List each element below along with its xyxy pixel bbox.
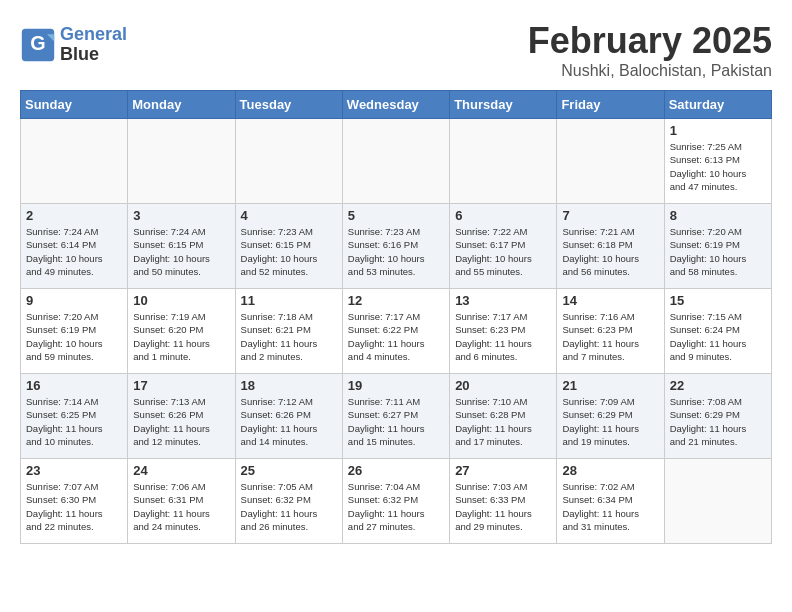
day-info: Sunrise: 7:24 AM Sunset: 6:15 PM Dayligh… [133, 225, 229, 278]
logo-icon: G [20, 27, 56, 63]
day-info: Sunrise: 7:04 AM Sunset: 6:32 PM Dayligh… [348, 480, 444, 533]
calendar-cell: 14Sunrise: 7:16 AM Sunset: 6:23 PM Dayli… [557, 289, 664, 374]
day-info: Sunrise: 7:20 AM Sunset: 6:19 PM Dayligh… [670, 225, 766, 278]
day-number: 24 [133, 463, 229, 478]
day-info: Sunrise: 7:08 AM Sunset: 6:29 PM Dayligh… [670, 395, 766, 448]
calendar-cell [128, 119, 235, 204]
day-info: Sunrise: 7:12 AM Sunset: 6:26 PM Dayligh… [241, 395, 337, 448]
header: G General Blue February 2025 Nushki, Bal… [20, 20, 772, 80]
calendar-cell: 6Sunrise: 7:22 AM Sunset: 6:17 PM Daylig… [450, 204, 557, 289]
week-row-2: 2Sunrise: 7:24 AM Sunset: 6:14 PM Daylig… [21, 204, 772, 289]
calendar-cell: 9Sunrise: 7:20 AM Sunset: 6:19 PM Daylig… [21, 289, 128, 374]
day-number: 21 [562, 378, 658, 393]
calendar-cell: 16Sunrise: 7:14 AM Sunset: 6:25 PM Dayli… [21, 374, 128, 459]
day-number: 20 [455, 378, 551, 393]
logo-text: General Blue [60, 25, 127, 65]
day-info: Sunrise: 7:07 AM Sunset: 6:30 PM Dayligh… [26, 480, 122, 533]
day-info: Sunrise: 7:22 AM Sunset: 6:17 PM Dayligh… [455, 225, 551, 278]
day-number: 26 [348, 463, 444, 478]
day-info: Sunrise: 7:05 AM Sunset: 6:32 PM Dayligh… [241, 480, 337, 533]
day-info: Sunrise: 7:09 AM Sunset: 6:29 PM Dayligh… [562, 395, 658, 448]
calendar-cell: 17Sunrise: 7:13 AM Sunset: 6:26 PM Dayli… [128, 374, 235, 459]
calendar-cell: 21Sunrise: 7:09 AM Sunset: 6:29 PM Dayli… [557, 374, 664, 459]
day-number: 6 [455, 208, 551, 223]
calendar-cell [664, 459, 771, 544]
day-number: 13 [455, 293, 551, 308]
day-number: 18 [241, 378, 337, 393]
day-number: 1 [670, 123, 766, 138]
day-info: Sunrise: 7:24 AM Sunset: 6:14 PM Dayligh… [26, 225, 122, 278]
calendar-cell: 11Sunrise: 7:18 AM Sunset: 6:21 PM Dayli… [235, 289, 342, 374]
day-info: Sunrise: 7:02 AM Sunset: 6:34 PM Dayligh… [562, 480, 658, 533]
day-number: 2 [26, 208, 122, 223]
day-number: 16 [26, 378, 122, 393]
calendar-cell: 22Sunrise: 7:08 AM Sunset: 6:29 PM Dayli… [664, 374, 771, 459]
day-info: Sunrise: 7:10 AM Sunset: 6:28 PM Dayligh… [455, 395, 551, 448]
calendar-cell: 23Sunrise: 7:07 AM Sunset: 6:30 PM Dayli… [21, 459, 128, 544]
day-number: 8 [670, 208, 766, 223]
day-number: 27 [455, 463, 551, 478]
day-number: 15 [670, 293, 766, 308]
day-info: Sunrise: 7:25 AM Sunset: 6:13 PM Dayligh… [670, 140, 766, 193]
day-number: 22 [670, 378, 766, 393]
day-info: Sunrise: 7:21 AM Sunset: 6:18 PM Dayligh… [562, 225, 658, 278]
day-info: Sunrise: 7:11 AM Sunset: 6:27 PM Dayligh… [348, 395, 444, 448]
day-number: 25 [241, 463, 337, 478]
calendar-cell: 4Sunrise: 7:23 AM Sunset: 6:15 PM Daylig… [235, 204, 342, 289]
day-info: Sunrise: 7:06 AM Sunset: 6:31 PM Dayligh… [133, 480, 229, 533]
day-number: 5 [348, 208, 444, 223]
day-info: Sunrise: 7:15 AM Sunset: 6:24 PM Dayligh… [670, 310, 766, 363]
calendar-cell: 27Sunrise: 7:03 AM Sunset: 6:33 PM Dayli… [450, 459, 557, 544]
calendar-cell: 26Sunrise: 7:04 AM Sunset: 6:32 PM Dayli… [342, 459, 449, 544]
calendar-cell [450, 119, 557, 204]
day-number: 10 [133, 293, 229, 308]
calendar-cell: 3Sunrise: 7:24 AM Sunset: 6:15 PM Daylig… [128, 204, 235, 289]
title-section: February 2025 Nushki, Balochistan, Pakis… [528, 20, 772, 80]
calendar-cell: 8Sunrise: 7:20 AM Sunset: 6:19 PM Daylig… [664, 204, 771, 289]
day-number: 23 [26, 463, 122, 478]
week-row-4: 16Sunrise: 7:14 AM Sunset: 6:25 PM Dayli… [21, 374, 772, 459]
calendar-cell [557, 119, 664, 204]
calendar-cell: 13Sunrise: 7:17 AM Sunset: 6:23 PM Dayli… [450, 289, 557, 374]
day-number: 11 [241, 293, 337, 308]
weekday-header-saturday: Saturday [664, 91, 771, 119]
day-info: Sunrise: 7:19 AM Sunset: 6:20 PM Dayligh… [133, 310, 229, 363]
calendar-cell: 7Sunrise: 7:21 AM Sunset: 6:18 PM Daylig… [557, 204, 664, 289]
calendar-cell: 10Sunrise: 7:19 AM Sunset: 6:20 PM Dayli… [128, 289, 235, 374]
calendar-cell [235, 119, 342, 204]
day-info: Sunrise: 7:20 AM Sunset: 6:19 PM Dayligh… [26, 310, 122, 363]
day-info: Sunrise: 7:17 AM Sunset: 6:22 PM Dayligh… [348, 310, 444, 363]
day-number: 12 [348, 293, 444, 308]
calendar-cell: 15Sunrise: 7:15 AM Sunset: 6:24 PM Dayli… [664, 289, 771, 374]
calendar-subtitle: Nushki, Balochistan, Pakistan [528, 62, 772, 80]
weekday-header-thursday: Thursday [450, 91, 557, 119]
day-info: Sunrise: 7:23 AM Sunset: 6:15 PM Dayligh… [241, 225, 337, 278]
calendar-cell: 28Sunrise: 7:02 AM Sunset: 6:34 PM Dayli… [557, 459, 664, 544]
week-row-1: 1Sunrise: 7:25 AM Sunset: 6:13 PM Daylig… [21, 119, 772, 204]
day-info: Sunrise: 7:18 AM Sunset: 6:21 PM Dayligh… [241, 310, 337, 363]
weekday-header-wednesday: Wednesday [342, 91, 449, 119]
calendar-cell: 12Sunrise: 7:17 AM Sunset: 6:22 PM Dayli… [342, 289, 449, 374]
day-info: Sunrise: 7:23 AM Sunset: 6:16 PM Dayligh… [348, 225, 444, 278]
calendar-cell: 25Sunrise: 7:05 AM Sunset: 6:32 PM Dayli… [235, 459, 342, 544]
day-number: 28 [562, 463, 658, 478]
weekday-header-row: SundayMondayTuesdayWednesdayThursdayFrid… [21, 91, 772, 119]
calendar-cell: 5Sunrise: 7:23 AM Sunset: 6:16 PM Daylig… [342, 204, 449, 289]
day-number: 17 [133, 378, 229, 393]
day-info: Sunrise: 7:17 AM Sunset: 6:23 PM Dayligh… [455, 310, 551, 363]
day-number: 9 [26, 293, 122, 308]
weekday-header-monday: Monday [128, 91, 235, 119]
calendar-table: SundayMondayTuesdayWednesdayThursdayFrid… [20, 90, 772, 544]
week-row-5: 23Sunrise: 7:07 AM Sunset: 6:30 PM Dayli… [21, 459, 772, 544]
weekday-header-sunday: Sunday [21, 91, 128, 119]
day-info: Sunrise: 7:14 AM Sunset: 6:25 PM Dayligh… [26, 395, 122, 448]
calendar-cell: 19Sunrise: 7:11 AM Sunset: 6:27 PM Dayli… [342, 374, 449, 459]
week-row-3: 9Sunrise: 7:20 AM Sunset: 6:19 PM Daylig… [21, 289, 772, 374]
calendar-cell [21, 119, 128, 204]
calendar-cell: 24Sunrise: 7:06 AM Sunset: 6:31 PM Dayli… [128, 459, 235, 544]
day-number: 4 [241, 208, 337, 223]
day-info: Sunrise: 7:03 AM Sunset: 6:33 PM Dayligh… [455, 480, 551, 533]
calendar-cell: 1Sunrise: 7:25 AM Sunset: 6:13 PM Daylig… [664, 119, 771, 204]
weekday-header-tuesday: Tuesday [235, 91, 342, 119]
logo: G General Blue [20, 25, 127, 65]
